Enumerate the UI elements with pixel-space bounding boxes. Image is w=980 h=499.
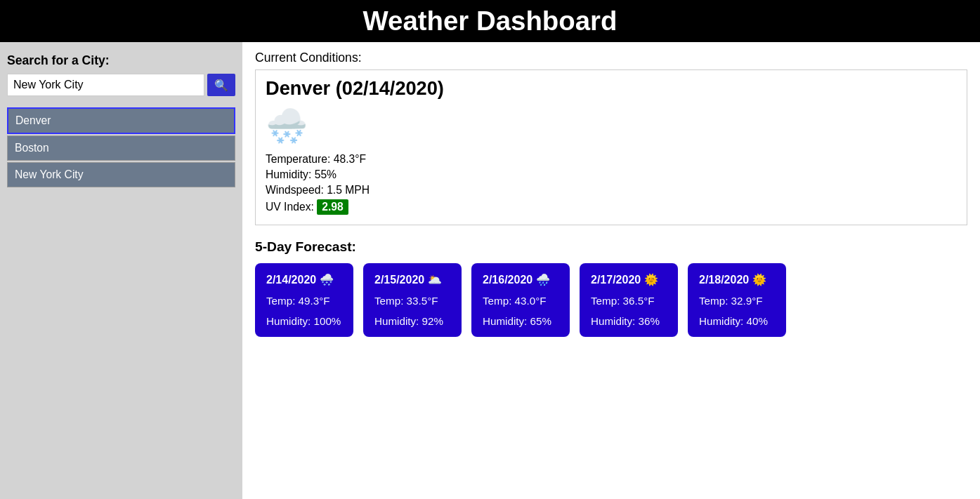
forecast-label: 5-Day Forecast: — [255, 239, 967, 255]
windspeed-label: Windspeed: — [266, 184, 324, 196]
forecast-humidity: Humidity: 36% — [591, 315, 667, 327]
search-row: 🔍 — [7, 74, 235, 96]
forecast-humidity: Humidity: 65% — [483, 315, 558, 327]
forecast-date-icon: 2/17/2020 🌞 — [591, 273, 667, 286]
forecast-date-icon: 2/16/2020 🌧️ — [483, 273, 558, 286]
search-label: Search for a City: — [7, 53, 235, 68]
search-icon: 🔍 — [214, 79, 228, 91]
forecast-date-icon: 2/18/2020 🌞 — [699, 273, 775, 286]
humidity-line: Humidity: 55% — [266, 168, 957, 181]
forecast-date-icon: 2/14/2020 🌨️ — [266, 273, 342, 286]
forecast-temp: Temp: 49.3°F — [266, 295, 342, 307]
windspeed-line: Windspeed: 1.5 MPH — [266, 184, 957, 197]
forecast-humidity: Humidity: 100% — [266, 315, 342, 327]
city-list-item[interactable]: New York City — [7, 162, 235, 187]
temperature-line: Temperature: 48.3°F — [266, 153, 957, 166]
forecast-card: 2/16/2020 🌧️ Temp: 43.0°F Humidity: 65% — [471, 263, 570, 337]
forecast-temp: Temp: 32.9°F — [699, 295, 775, 307]
main-layout: Search for a City: 🔍 DenverBostonNew Yor… — [0, 42, 980, 499]
city-list-item[interactable]: Denver — [7, 107, 235, 134]
forecast-card: 2/15/2020 🌥️ Temp: 33.5°F Humidity: 92% — [363, 263, 462, 337]
temperature-label: Temperature: — [266, 153, 330, 165]
forecast-cards: 2/14/2020 🌨️ Temp: 49.3°F Humidity: 100%… — [255, 263, 967, 337]
page-title: Weather Dashboard — [0, 6, 980, 36]
uv-label: UV Index: — [266, 201, 314, 213]
forecast-card: 2/14/2020 🌨️ Temp: 49.3°F Humidity: 100% — [255, 263, 353, 337]
city-date-title: Denver (02/14/2020) — [266, 77, 957, 100]
forecast-temp: Temp: 33.5°F — [374, 295, 450, 307]
search-input[interactable] — [7, 74, 204, 96]
temperature-value: 48.3°F — [334, 153, 366, 165]
current-weather-icon: 🌨️ — [266, 107, 957, 146]
forecast-humidity: Humidity: 92% — [374, 315, 450, 327]
humidity-value: 55% — [315, 168, 337, 180]
content-area: Current Conditions: Denver (02/14/2020) … — [242, 42, 980, 499]
current-conditions-label: Current Conditions: — [255, 51, 967, 65]
forecast-temp: Temp: 43.0°F — [483, 295, 558, 307]
forecast-temp: Temp: 36.5°F — [591, 295, 667, 307]
forecast-date-icon: 2/15/2020 🌥️ — [374, 273, 450, 286]
search-button[interactable]: 🔍 — [207, 74, 235, 96]
forecast-humidity: Humidity: 40% — [699, 315, 775, 327]
forecast-card: 2/17/2020 🌞 Temp: 36.5°F Humidity: 36% — [580, 263, 678, 337]
city-list: DenverBostonNew York City — [7, 107, 235, 187]
sidebar: Search for a City: 🔍 DenverBostonNew Yor… — [0, 42, 242, 499]
uv-badge: 2.98 — [317, 199, 348, 215]
humidity-label: Humidity: — [266, 168, 311, 180]
app-header: Weather Dashboard — [0, 0, 980, 42]
city-list-item[interactable]: Boston — [7, 135, 235, 161]
uv-line: UV Index: 2.98 — [266, 199, 957, 215]
windspeed-value: 1.5 MPH — [327, 184, 370, 196]
forecast-card: 2/18/2020 🌞 Temp: 32.9°F Humidity: 40% — [688, 263, 786, 337]
current-conditions-box: Denver (02/14/2020) 🌨️ Temperature: 48.3… — [255, 69, 967, 225]
